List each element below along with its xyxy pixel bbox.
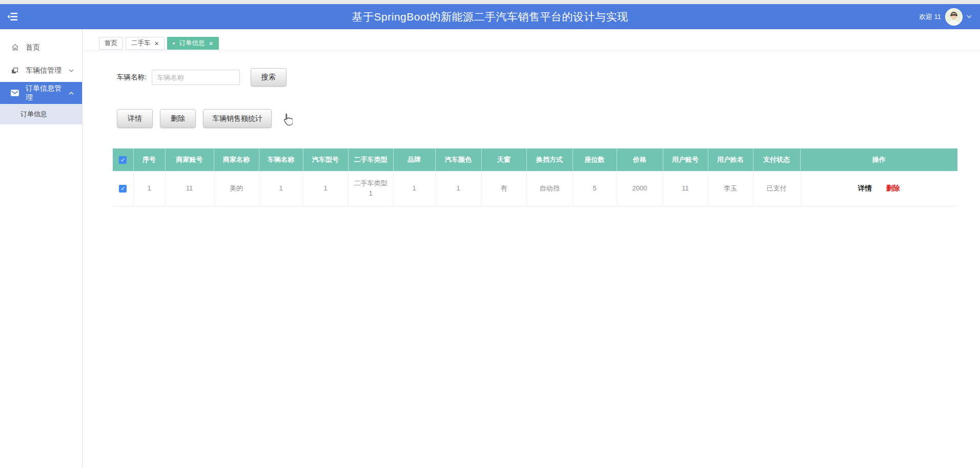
mail-icon [11,90,19,96]
table-header-row: ✓ 序号 商家账号 商家名称 车辆名称 汽车型号 二手车类型 品牌 汽车颜色 天… [113,148,957,171]
chevron-up-icon [69,92,74,95]
column-header: 汽车颜色 [435,148,481,171]
active-dot-icon: ● [173,41,175,46]
column-header: 用户账号 [663,148,708,171]
delete-button[interactable]: 删除 [160,109,196,128]
cell-vehicle-name: 1 [259,171,303,206]
row-detail-link[interactable]: 详情 [858,184,872,192]
sidebar-item-home[interactable]: 首页 [0,36,82,59]
tab-bar: 首页 二手车 × ● 订单信息 × [83,29,980,51]
cell-actions: 详情删除 [800,171,957,206]
sidebar-toggle-icon[interactable] [7,12,18,21]
column-header: 价格 [617,148,663,171]
sidebar-subitem-order-info[interactable]: 订单信息 [0,104,82,124]
chevron-down-icon [69,69,74,72]
avatar[interactable] [945,8,963,26]
cell-brand: 1 [393,171,435,206]
cell-seat-count: 5 [573,171,617,206]
select-all-cell: ✓ [113,148,133,171]
sales-stats-button[interactable]: 车辆销售额统计 [203,109,272,128]
tab-home[interactable]: 首页 [99,37,123,50]
avatar-image [946,9,962,25]
tab-order-info[interactable]: ● 订单信息 × [167,37,219,50]
row-delete-link[interactable]: 删除 [886,184,900,192]
sidebar: 首页 车辆信管理 订单信息管理 [0,29,83,468]
vehicle-name-input[interactable] [152,70,240,85]
column-header: 用户姓名 [708,148,753,171]
toolbar: 详情 删除 车辆销售额统计 [117,109,980,128]
column-header: 商家账号 [165,148,214,171]
orders-table-wrap: ✓ 序号 商家账号 商家名称 车辆名称 汽车型号 二手车类型 品牌 汽车颜色 天… [113,148,957,206]
sidebar-item-label: 订单信息管理 [26,84,62,102]
cell-merchant-name: 美的 [214,171,259,206]
cell-merchant-account: 11 [165,171,214,206]
search-row: 车辆名称: 搜索 [117,68,980,87]
column-header: 支付状态 [753,148,800,171]
search-button[interactable]: 搜索 [251,68,287,87]
user-area: 欢迎 11 [919,8,972,26]
column-header: 品牌 [393,148,435,171]
column-header: 序号 [133,148,165,171]
column-header: 二手车类型 [348,148,393,171]
welcome-text: 欢迎 11 [919,12,941,22]
sidebar-item-order-management[interactable]: 订单信息管理 [0,82,82,104]
sidebar-item-vehicle-management[interactable]: 车辆信管理 [0,59,82,82]
copy-icon [11,67,19,74]
column-header: 座位数 [573,148,617,171]
row-select-cell: ✓ [113,171,133,206]
row-checkbox[interactable]: ✓ [119,185,127,193]
cell-sunroof: 有 [481,171,526,206]
tab-label: 订单信息 [179,39,205,48]
sidebar-subitem-label: 订单信息 [21,110,47,119]
column-header: 商家名称 [214,148,259,171]
sidebar-item-label: 首页 [26,43,40,52]
column-header: 换挡方式 [526,148,573,171]
hamburger-icon [7,12,18,21]
app-header: 基于SpringBoot的新能源二手汽车销售平台的设计与实现 欢迎 11 [0,4,980,29]
user-chevron-down-icon[interactable] [967,15,972,18]
select-all-checkbox[interactable]: ✓ [119,156,127,164]
cell-user-account: 11 [663,171,708,206]
page-title: 基于SpringBoot的新能源二手汽车销售平台的设计与实现 [352,10,628,24]
tab-label: 二手车 [131,39,151,48]
cell-gear-type: 自动挡 [526,171,573,206]
cell-index: 1 [133,171,165,206]
orders-table: ✓ 序号 商家账号 商家名称 车辆名称 汽车型号 二手车类型 品牌 汽车颜色 天… [113,148,957,206]
cell-used-car-type: 二手车类型1 [348,171,393,206]
cell-pay-status: 已支付 [753,171,800,206]
window-top-strip [0,0,980,4]
tab-label: 首页 [105,39,117,48]
column-header: 汽车型号 [303,148,348,171]
cell-price: 2000 [617,171,663,206]
table-row: ✓ 1 11 美的 1 1 二手车类型1 1 1 有 自动挡 5 2000 11… [113,171,957,206]
main-content: 首页 二手车 × ● 订单信息 × 车辆名称: 搜索 详情 删除 车辆销售额统计 [83,29,980,468]
cell-car-color: 1 [435,171,481,206]
close-icon[interactable]: × [155,40,159,47]
search-label: 车辆名称: [117,73,147,82]
cell-car-model: 1 [303,171,348,206]
close-icon[interactable]: × [209,40,213,47]
column-header: 天窗 [481,148,526,171]
home-icon [11,44,19,51]
column-header: 车辆名称 [259,148,303,171]
column-header: 操作 [800,148,957,171]
detail-button[interactable]: 详情 [117,109,153,128]
tab-used-car[interactable]: 二手车 × [126,37,165,50]
sidebar-item-label: 车辆信管理 [26,66,62,75]
cell-user-name: 李玉 [708,171,753,206]
